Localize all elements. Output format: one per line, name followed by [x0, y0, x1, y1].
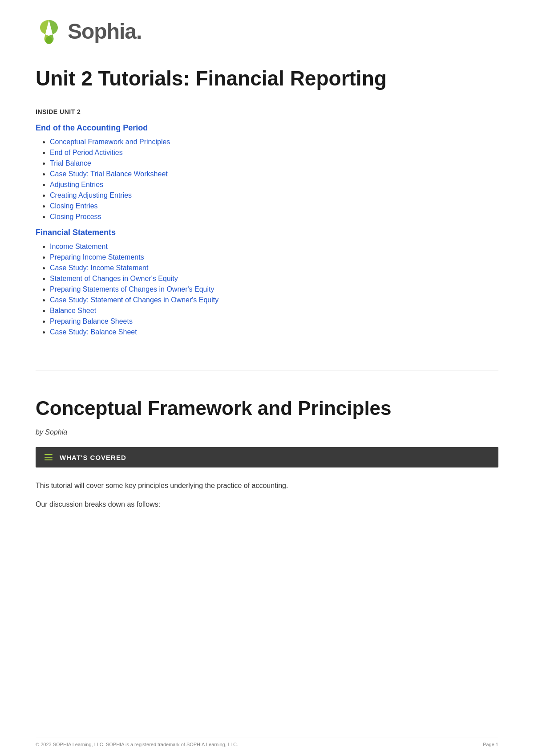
list-item[interactable]: Preparing Balance Sheets	[50, 317, 498, 325]
whats-covered-label: WHAT'S COVERED	[60, 454, 126, 461]
list-item[interactable]: Closing Entries	[50, 202, 498, 210]
svg-rect-1	[44, 457, 53, 458]
toc-link-income-statement[interactable]: Income Statement	[50, 243, 108, 250]
content-paragraph-2: Our discussion breaks down as follows:	[36, 499, 498, 510]
toc-link-case-equity[interactable]: Case Study: Statement of Changes in Owne…	[50, 296, 218, 304]
toc-link-adjusting[interactable]: Adjusting Entries	[50, 181, 103, 188]
list-item[interactable]: Conceptual Framework and Principles	[50, 138, 498, 146]
toc-heading-accounting-period: End of the Accounting Period	[36, 123, 498, 133]
page: Sophia. Unit 2 Tutorials: Financial Repo…	[0, 0, 534, 756]
toc-link-case-balance[interactable]: Case Study: Balance Sheet	[50, 328, 137, 336]
list-item[interactable]: Case Study: Statement of Changes in Owne…	[50, 296, 498, 304]
toc-link-case-trial[interactable]: Case Study: Trial Balance Worksheet	[50, 170, 168, 178]
list-item[interactable]: Case Study: Balance Sheet	[50, 328, 498, 336]
by-sophia: by Sophia	[36, 428, 498, 436]
list-item[interactable]: Creating Adjusting Entries	[50, 191, 498, 199]
toc-list-financial-statements: Income Statement Preparing Income Statem…	[36, 243, 498, 336]
toc-link-conceptual[interactable]: Conceptual Framework and Principles	[50, 138, 170, 146]
list-item[interactable]: Balance Sheet	[50, 307, 498, 315]
toc-link-preparing-balance[interactable]: Preparing Balance Sheets	[50, 317, 133, 325]
toc-link-balance-sheet[interactable]: Balance Sheet	[50, 307, 96, 314]
list-item[interactable]: End of Period Activities	[50, 149, 498, 157]
toc-link-preparing-income[interactable]: Preparing Income Statements	[50, 253, 144, 261]
content-section: Conceptual Framework and Principles by S…	[0, 388, 534, 526]
toc-list-accounting-period: Conceptual Framework and Principles End …	[36, 138, 498, 221]
content-paragraph-1: This tutorial will cover some key princi…	[36, 480, 498, 492]
list-item[interactable]: Trial Balance	[50, 159, 498, 167]
svg-rect-0	[44, 454, 53, 455]
toc-link-case-income[interactable]: Case Study: Income Statement	[50, 264, 148, 272]
toc-link-statement-equity[interactable]: Statement of Changes in Owner's Equity	[50, 275, 178, 282]
page-title: Unit 2 Tutorials: Financial Reporting	[0, 53, 534, 95]
section-divider	[36, 370, 498, 370]
list-item[interactable]: Income Statement	[50, 243, 498, 251]
footer-copyright: © 2023 SOPHIA Learning, LLC. SOPHIA is a…	[36, 742, 238, 747]
page-footer: © 2023 SOPHIA Learning, LLC. SOPHIA is a…	[36, 737, 498, 747]
toc-link-trial-balance[interactable]: Trial Balance	[50, 159, 91, 167]
toc-link-end-period[interactable]: End of Period Activities	[50, 149, 123, 156]
toc-link-preparing-equity[interactable]: Preparing Statements of Changes in Owner…	[50, 285, 214, 293]
sophia-logo-icon	[36, 18, 62, 45]
logo-text: Sophia.	[68, 19, 142, 44]
list-item[interactable]: Statement of Changes in Owner's Equity	[50, 275, 498, 283]
list-item[interactable]: Case Study: Trial Balance Worksheet	[50, 170, 498, 178]
list-icon	[44, 452, 53, 462]
toc-heading-financial-statements: Financial Statements	[36, 228, 498, 237]
whats-covered-bar: WHAT'S COVERED	[36, 447, 498, 467]
svg-rect-2	[44, 459, 53, 460]
list-item[interactable]: Preparing Income Statements	[50, 253, 498, 261]
logo-area: Sophia.	[0, 0, 534, 53]
footer-page-number: Page 1	[483, 742, 498, 747]
toc-link-creating-adjusting[interactable]: Creating Adjusting Entries	[50, 191, 132, 199]
list-item[interactable]: Preparing Statements of Changes in Owner…	[50, 285, 498, 293]
content-main-title: Conceptual Framework and Principles	[36, 397, 498, 420]
toc-section: INSIDE UNIT 2 End of the Accounting Peri…	[0, 95, 534, 352]
inside-unit-label: INSIDE UNIT 2	[36, 108, 498, 115]
list-item[interactable]: Adjusting Entries	[50, 181, 498, 189]
list-item[interactable]: Closing Process	[50, 213, 498, 221]
toc-link-closing-entries[interactable]: Closing Entries	[50, 202, 98, 210]
list-item[interactable]: Case Study: Income Statement	[50, 264, 498, 272]
toc-link-closing-process[interactable]: Closing Process	[50, 213, 101, 220]
content-body: This tutorial will cover some key princi…	[36, 480, 498, 510]
